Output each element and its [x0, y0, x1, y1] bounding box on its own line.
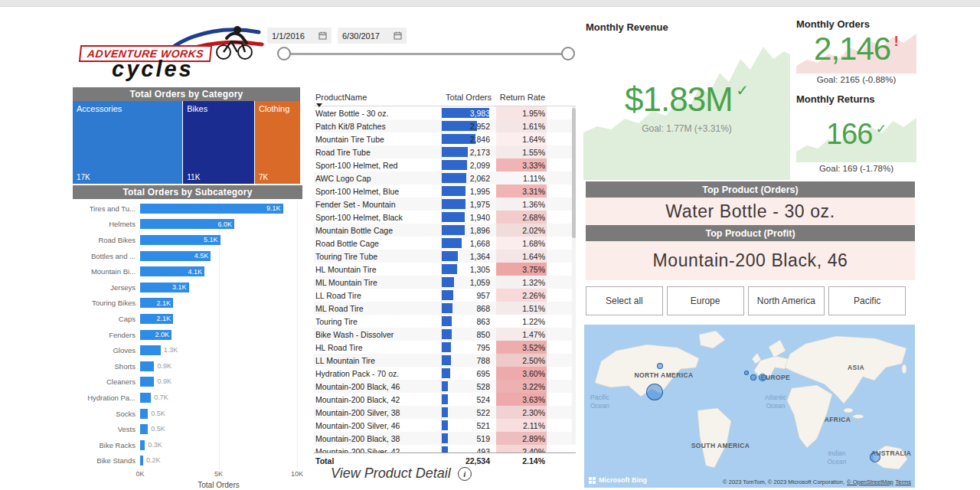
- table-data-bar: [442, 238, 462, 248]
- table-row[interactable]: Patch Kit/8 Patches2,9521.61%: [314, 119, 576, 132]
- map-bubble[interactable]: [870, 452, 880, 462]
- table-row[interactable]: ML Mountain Tire1,0591.32%: [314, 276, 576, 289]
- table-row-clipped[interactable]: Mountain-200 Silver, 424932.40%: [314, 445, 576, 452]
- bar[interactable]: 4.1K: [140, 266, 204, 276]
- bar[interactable]: [140, 424, 148, 434]
- cell-orders-value: 850: [476, 330, 490, 339]
- cell-product-name: ML Mountain Tire: [314, 278, 441, 287]
- cell-product-name: Touring Tire Tube: [314, 252, 441, 261]
- table-row[interactable]: Touring Tire Tube1,3641.64%: [314, 250, 576, 263]
- cell-orders-value: 2,099: [470, 161, 490, 170]
- bar[interactable]: 3.1K: [140, 283, 189, 292]
- region-button-north-america[interactable]: North America: [748, 286, 825, 315]
- bar-value-label: 0.9K: [157, 377, 172, 385]
- bar[interactable]: 4.5K: [140, 251, 211, 261]
- start-date-input[interactable]: 1/1/2016: [267, 28, 332, 44]
- cell-product-name: Sport-100 Helmet, Red: [314, 161, 441, 170]
- map-bubble[interactable]: [657, 363, 663, 369]
- bar[interactable]: [140, 456, 143, 466]
- treemap-tile-clothing[interactable]: Clothing7K: [255, 101, 300, 184]
- map-bubble[interactable]: [759, 374, 766, 381]
- bar[interactable]: [140, 409, 148, 419]
- kpi-monthly-returns: Monthly Returns 166 ✓ Goal: 169 (-1.78%): [796, 92, 916, 178]
- bar[interactable]: [140, 345, 161, 355]
- bar[interactable]: 9.1K: [140, 204, 283, 214]
- bar-row-hydration-pa: Hydration Pa...0.7K: [73, 390, 302, 406]
- cell-product-name: HL Road Tire: [314, 343, 441, 352]
- cell-return-rate: 1.11%: [496, 172, 547, 185]
- column-header-return-rate[interactable]: Return Rate: [496, 93, 547, 102]
- table-row[interactable]: ML Road Tire8681.51%: [314, 302, 576, 315]
- table-data-bar: [442, 446, 448, 452]
- table-header[interactable]: ProductName Total Orders Return Rate: [314, 88, 576, 106]
- slider-handle-start[interactable]: [277, 47, 291, 60]
- table-scrollbar-thumb[interactable]: [572, 108, 576, 238]
- cell-product-name: Mountain Bottle Cage: [314, 226, 441, 235]
- table-row[interactable]: Hydration Pack - 70 oz.6953.60%: [314, 367, 576, 380]
- bar-category-label: Cleaners: [73, 377, 140, 386]
- table-row[interactable]: LL Mountain Tire7882.50%: [314, 354, 576, 367]
- view-product-detail-button[interactable]: View Product Detail i: [331, 466, 472, 482]
- bar[interactable]: 6.0K: [140, 219, 234, 229]
- table-row[interactable]: Water Bottle - 30 oz.3,9831.95%: [314, 106, 576, 119]
- treemap-tile-bikes[interactable]: Bikes11K: [183, 101, 255, 184]
- bar-category-label: Gloves: [73, 346, 140, 354]
- table-row[interactable]: Touring Tire8631.22%: [314, 315, 576, 328]
- end-date-input[interactable]: 6/30/2017: [338, 28, 407, 44]
- map-bubble[interactable]: [646, 384, 663, 400]
- table-row[interactable]: Mountain-200 Black, 385192.89%: [314, 432, 576, 445]
- treemap-tile-label: Clothing: [259, 104, 289, 113]
- column-header-total-orders[interactable]: Total Orders: [441, 93, 492, 102]
- calendar-icon: [318, 31, 327, 40]
- map-bubble[interactable]: [744, 371, 749, 375]
- cell-product-name: Fender Set - Mountain: [314, 200, 441, 209]
- table-row[interactable]: LL Road Tire9572.26%: [314, 289, 576, 302]
- table-row[interactable]: Road Tire Tube2,1731.55%: [314, 145, 576, 158]
- table-row[interactable]: Fender Set - Mountain1,9751.36%: [314, 198, 576, 211]
- bar[interactable]: [140, 393, 151, 403]
- table-row[interactable]: Road Bottle Cage1,6681.68%: [314, 237, 576, 250]
- region-button-pacific[interactable]: Pacific: [828, 286, 906, 315]
- cell-orders-value: 1,896: [470, 226, 490, 235]
- table-row[interactable]: Mountain Tire Tube2,8461.64%: [314, 132, 576, 145]
- bar-category-label: Socks: [73, 410, 140, 418]
- cell-orders-value: 1,975: [470, 200, 490, 209]
- column-header-productname[interactable]: ProductName: [314, 93, 441, 102]
- table-row[interactable]: Mountain-200 Silver, 385222.30%: [314, 406, 576, 419]
- table-row[interactable]: HL Mountain Tire1,3053.75%: [314, 263, 576, 276]
- bar[interactable]: 2.0K: [140, 330, 172, 340]
- world-map[interactable]: Microsoft Bing © 2023 TomTom, © 2023 Mic…: [584, 325, 915, 488]
- table-data-bar: [442, 160, 467, 170]
- table-row[interactable]: Mountain-200 Black, 425243.63%: [314, 393, 576, 406]
- region-button-europe[interactable]: Europe: [667, 286, 744, 315]
- table-row[interactable]: Sport-100 Helmet, Blue1,9953.31%: [314, 185, 576, 198]
- region-button-select-all[interactable]: Select all: [586, 286, 663, 315]
- bar[interactable]: 2.1K: [140, 298, 173, 308]
- cell-product-name: Touring Tire: [314, 317, 441, 326]
- bar-category-label: Bike Stands: [73, 456, 140, 465]
- openstreetmap-link[interactable]: © OpenStreetMap: [847, 479, 893, 485]
- table-row[interactable]: Mountain Bottle Cage1,8962.02%: [314, 224, 576, 237]
- table-row[interactable]: Mountain-200 Silver, 465212.11%: [314, 419, 576, 432]
- bar[interactable]: 2.1K: [140, 314, 173, 324]
- treemap-tile-accessories[interactable]: Accessories17K: [73, 101, 183, 184]
- cell-return-rate: 1.61%: [496, 119, 547, 132]
- cell-total-orders: 2,952: [441, 119, 492, 132]
- bar[interactable]: [140, 440, 145, 450]
- table-row[interactable]: Mountain-200 Black, 465283.22%: [314, 380, 576, 393]
- date-range-slider-track[interactable]: [283, 53, 567, 55]
- bar[interactable]: [140, 377, 154, 387]
- bar[interactable]: [140, 361, 154, 371]
- table-scrollbar[interactable]: [572, 106, 576, 445]
- terms-link[interactable]: Terms: [896, 479, 911, 485]
- slider-handle-end[interactable]: [561, 47, 575, 60]
- table-row[interactable]: Sport-100 Helmet, Red2,0993.33%: [314, 158, 576, 172]
- table-row[interactable]: Bike Wash - Dissolver8501.47%: [314, 328, 576, 341]
- map-bubble[interactable]: [750, 374, 756, 381]
- table-row[interactable]: HL Road Tire7953.52%: [314, 341, 576, 354]
- table-row[interactable]: AWC Logo Cap2,0621.11%: [314, 172, 576, 185]
- table-data-bar: [442, 394, 448, 404]
- bar[interactable]: 5.1K: [140, 235, 220, 245]
- table-row[interactable]: Sport-100 Helmet, Black1,9402.68%: [314, 211, 576, 224]
- bar-track: 2.0K: [140, 330, 297, 340]
